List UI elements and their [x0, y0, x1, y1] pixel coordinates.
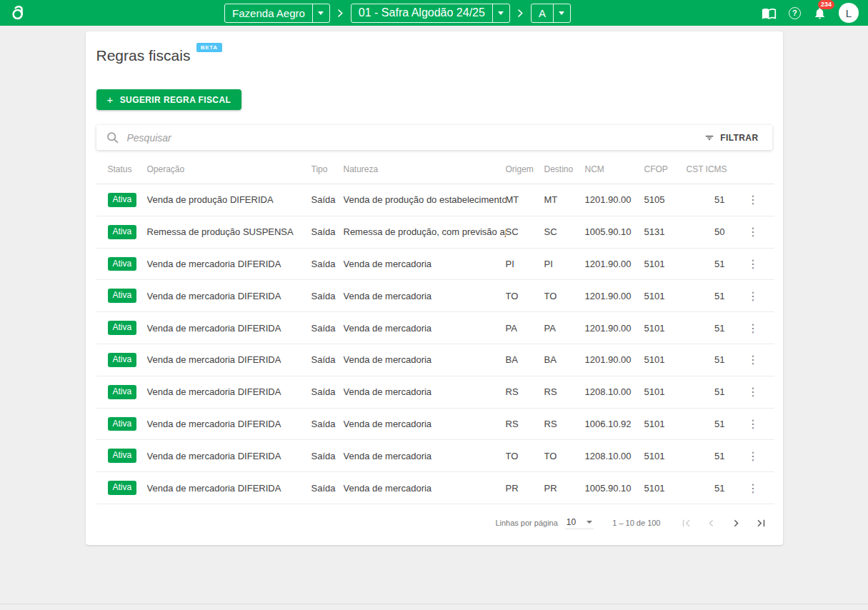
topbar-actions: ? 234 L — [762, 3, 859, 23]
beta-badge: BETA — [196, 43, 222, 52]
status-badge: Ativa — [108, 289, 137, 303]
table-row: AtivaVenda de mercadoria DIFERIDASaídaVe… — [96, 280, 774, 312]
aegro-logo[interactable] — [9, 4, 28, 22]
cell-origem: PR — [506, 472, 544, 504]
field-selector-value: A — [532, 4, 553, 22]
season-selector[interactable]: 01 - Safra Algodão 24/25 — [351, 4, 510, 23]
last-page-button[interactable] — [754, 516, 768, 530]
row-menu-kebab-icon[interactable]: ⋮ — [743, 386, 763, 398]
row-menu-kebab-icon[interactable]: ⋮ — [743, 450, 763, 462]
cell-natureza: Venda de mercadoria — [344, 312, 506, 344]
rows-per-page-label: Linhas por página — [495, 519, 557, 527]
row-menu-kebab-icon[interactable]: ⋮ — [743, 322, 763, 334]
cell-tipo: Saída — [311, 216, 344, 248]
filter-label: FILTRAR — [720, 133, 758, 143]
status-badge: Ativa — [108, 193, 137, 207]
next-page-button[interactable] — [729, 516, 743, 530]
search-icon — [106, 131, 119, 144]
cell-operacao: Venda de mercadoria DIFERIDA — [147, 344, 311, 376]
status-badge: Ativa — [108, 417, 137, 431]
cell-actions: ⋮ — [732, 280, 774, 312]
cell-operacao: Venda de mercadoria DIFERIDA — [147, 440, 311, 472]
knowledge-book-button[interactable] — [762, 6, 777, 21]
cell-natureza: Venda de mercadoria — [344, 280, 506, 312]
cell-status: Ativa — [96, 312, 147, 344]
row-menu-kebab-icon[interactable]: ⋮ — [743, 418, 763, 430]
farm-selector-caret[interactable] — [312, 4, 329, 22]
farm-selector-value: Fazenda Aegro — [225, 4, 312, 22]
cell-ncm: 1201.90.00 — [585, 344, 644, 376]
farm-selector[interactable]: Fazenda Aegro — [224, 4, 330, 23]
column-header-actions — [732, 154, 774, 184]
cell-destino: RS — [544, 376, 585, 408]
cell-natureza: Venda de mercadoria — [344, 440, 506, 472]
row-menu-kebab-icon[interactable]: ⋮ — [743, 482, 763, 494]
status-badge: Ativa — [108, 321, 137, 335]
cell-cst: 51 — [687, 344, 732, 376]
cell-tipo: Saída — [311, 280, 344, 312]
cell-destino: MT — [544, 184, 585, 216]
cell-actions: ⋮ — [732, 440, 774, 472]
column-header-ncm: NCM — [585, 154, 644, 184]
cell-tipo: Saída — [311, 184, 344, 216]
rows-per-page: Linhas por página 10 — [495, 517, 594, 529]
status-badge: Ativa — [108, 225, 137, 239]
cell-destino: PI — [544, 248, 585, 280]
cell-cst: 50 — [687, 216, 732, 248]
field-selector[interactable]: A — [531, 4, 571, 23]
first-page-button[interactable] — [679, 516, 693, 530]
avatar[interactable]: L — [839, 3, 859, 23]
help-button[interactable]: ? — [789, 7, 801, 19]
notification-badge: 234 — [818, 0, 834, 9]
filter-button[interactable]: FILTRAR — [699, 132, 762, 144]
cell-actions: ⋮ — [732, 408, 774, 440]
cell-destino: BA — [544, 344, 585, 376]
cell-actions: ⋮ — [732, 184, 774, 216]
row-menu-kebab-icon[interactable]: ⋮ — [743, 354, 763, 366]
cell-cfop: 5101 — [644, 408, 687, 440]
cell-origem: PA — [506, 312, 544, 344]
rows-per-page-value: 10 — [567, 517, 576, 527]
column-header-natureza: Natureza — [344, 154, 506, 184]
notifications-button[interactable]: 234 — [813, 6, 827, 20]
cell-ncm: 1208.10.00 — [585, 440, 644, 472]
cell-destino: SC — [544, 216, 585, 248]
search-input[interactable] — [126, 131, 694, 144]
cell-cfop: 5131 — [644, 216, 687, 248]
cell-ncm: 1006.10.92 — [585, 408, 644, 440]
table-row: AtivaVenda de mercadoria DIFERIDASaídaVe… — [96, 408, 774, 440]
fiscal-rules-table: Status Operação Tipo Natureza Origem Des… — [96, 154, 774, 504]
cell-operacao: Venda de produção DIFERIDA — [147, 184, 311, 216]
suggest-fiscal-rule-button[interactable]: + SUGERIR REGRA FISCAL — [96, 89, 242, 110]
cell-cst: 51 — [687, 248, 732, 280]
column-header-status: Status — [96, 154, 147, 184]
rows-per-page-select[interactable]: 10 — [565, 517, 594, 529]
pagination-range: 1 – 10 de 100 — [612, 519, 660, 527]
row-menu-kebab-icon[interactable]: ⋮ — [743, 258, 763, 270]
cell-natureza: Venda de mercadoria — [344, 376, 506, 408]
row-menu-kebab-icon[interactable]: ⋮ — [743, 290, 763, 302]
table-row: AtivaVenda de mercadoria DIFERIDASaídaVe… — [96, 472, 774, 504]
cell-status: Ativa — [96, 472, 147, 504]
cell-natureza: Venda de produção do estabelecimento — [344, 184, 506, 216]
topbar: Fazenda Aegro 01 - Safra Algodão 24/25 A… — [0, 0, 868, 26]
cell-cfop: 5101 — [644, 312, 687, 344]
cell-destino: PR — [544, 472, 585, 504]
fiscal-rules-card: Regras fiscais BETA + SUGERIR REGRA FISC… — [86, 31, 783, 545]
suggest-fiscal-rule-label: SUGERIR REGRA FISCAL — [120, 95, 231, 105]
cell-cfop: 5101 — [644, 248, 687, 280]
row-menu-kebab-icon[interactable]: ⋮ — [743, 194, 763, 206]
prev-page-button[interactable] — [704, 516, 718, 530]
breadcrumb: Fazenda Aegro 01 - Safra Algodão 24/25 A — [224, 4, 571, 23]
table-row: AtivaVenda de mercadoria DIFERIDASaídaVe… — [96, 312, 774, 344]
status-badge: Ativa — [108, 449, 137, 463]
search-bar: FILTRAR — [96, 125, 772, 150]
status-badge: Ativa — [108, 353, 137, 367]
column-header-tipo: Tipo — [311, 154, 344, 184]
field-selector-caret[interactable] — [553, 4, 570, 22]
cell-cfop: 5101 — [644, 280, 687, 312]
season-selector-caret[interactable] — [492, 4, 509, 22]
cell-cfop: 5101 — [644, 344, 687, 376]
status-badge: Ativa — [108, 481, 137, 495]
row-menu-kebab-icon[interactable]: ⋮ — [743, 226, 763, 238]
